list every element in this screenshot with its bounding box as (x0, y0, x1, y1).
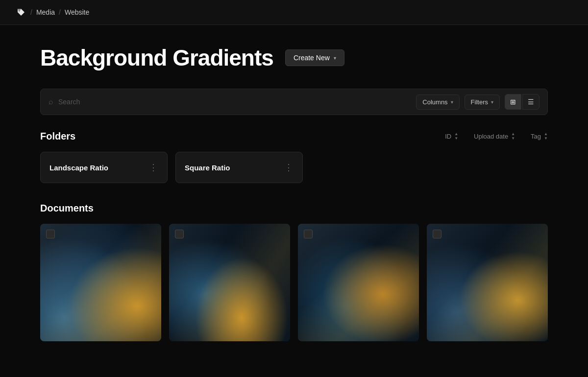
breadcrumb-sep-2: / (59, 8, 61, 16)
filters-chevron-icon: ▾ (491, 99, 493, 105)
search-bar: ⌕ Columns ▾ Filters ▾ ⊞ ☰ (40, 89, 548, 115)
grid-view-button[interactable]: ⊞ (505, 94, 521, 110)
folder-square[interactable]: Square Ratio ⋮ (175, 152, 303, 183)
list-icon: ☰ (528, 98, 534, 106)
doc-card-4[interactable] (427, 224, 548, 341)
doc-card-2[interactable] (169, 224, 290, 341)
doc-thumbnail-3 (298, 224, 419, 341)
sort-id-label: ID (445, 133, 451, 140)
sort-controls: ID ▲ ▼ Upload date ▲ ▼ Tag ▲ ▼ (445, 132, 548, 141)
app-logo-icon[interactable] (16, 7, 26, 18)
folder-square-menu-icon[interactable]: ⋮ (284, 162, 294, 173)
folders-title: Folders (40, 131, 445, 142)
doc-checkbox-2[interactable] (175, 230, 184, 238)
sort-upload-label: Upload date (474, 133, 508, 140)
folder-landscape-name: Landscape Ratio (49, 164, 108, 172)
sort-tag-desc[interactable]: ▼ (544, 137, 548, 141)
sort-upload-desc[interactable]: ▼ (511, 137, 515, 141)
view-toggle: ⊞ ☰ (505, 94, 539, 110)
sort-tag-asc[interactable]: ▲ (544, 132, 548, 136)
doc-checkbox-3[interactable] (304, 230, 313, 238)
sort-id-desc[interactable]: ▼ (454, 137, 458, 141)
filters-button[interactable]: Filters ▾ (465, 94, 500, 110)
chevron-down-icon: ▾ (334, 55, 336, 61)
columns-button[interactable]: Columns ▾ (416, 94, 459, 110)
sort-upload-arrows: ▲ ▼ (511, 132, 515, 141)
page-header: Background Gradients Create New ▾ (40, 45, 548, 71)
doc-thumbnail-1 (40, 224, 161, 341)
doc-checkbox-4[interactable] (433, 230, 441, 238)
folder-square-name: Square Ratio (185, 164, 230, 172)
topnav: / Media / Website (0, 0, 588, 25)
folders-grid: Landscape Ratio ⋮ Square Ratio ⋮ (40, 152, 548, 183)
sort-tag-arrows: ▲ ▼ (544, 132, 548, 141)
create-new-label: Create New (294, 54, 330, 62)
create-new-button[interactable]: Create New ▾ (285, 49, 344, 66)
breadcrumb-sep-1: / (30, 8, 32, 16)
sort-tag-label: Tag (531, 133, 541, 140)
breadcrumb-website[interactable]: Website (65, 8, 89, 16)
doc-checkbox-1[interactable] (46, 230, 55, 238)
breadcrumb-media[interactable]: Media (36, 8, 55, 16)
grid-icon: ⊞ (510, 98, 516, 106)
doc-thumbnail-2 (169, 224, 290, 341)
filters-label: Filters (471, 98, 488, 106)
columns-chevron-icon: ▾ (451, 99, 453, 105)
sort-id-arrows: ▲ ▼ (454, 132, 458, 141)
folder-landscape[interactable]: Landscape Ratio ⋮ (40, 152, 168, 183)
folder-landscape-menu-icon[interactable]: ⋮ (149, 162, 158, 173)
sort-id-group: ID ▲ ▼ (445, 132, 458, 141)
sort-upload-asc[interactable]: ▲ (511, 132, 515, 136)
sort-tag-group: Tag ▲ ▼ (531, 132, 548, 141)
sort-upload-group: Upload date ▲ ▼ (474, 132, 515, 141)
search-icon: ⌕ (49, 97, 53, 106)
doc-thumbnail-4 (427, 224, 548, 341)
search-input[interactable] (58, 98, 411, 106)
toolbar-right: Columns ▾ Filters ▾ ⊞ ☰ (416, 94, 539, 110)
columns-label: Columns (422, 98, 447, 106)
doc-card-3[interactable] (298, 224, 419, 341)
doc-card-1[interactable] (40, 224, 161, 341)
sort-id-asc[interactable]: ▲ (454, 132, 458, 136)
main-content: Background Gradients Create New ▾ ⌕ Colu… (0, 25, 588, 361)
documents-title: Documents (40, 203, 548, 214)
documents-section-header: Documents (40, 203, 548, 214)
documents-grid (40, 224, 548, 341)
page-title: Background Gradients (40, 45, 273, 71)
list-view-button[interactable]: ☰ (522, 94, 539, 110)
folders-section-header: Folders ID ▲ ▼ Upload date ▲ ▼ Tag ▲ (40, 131, 548, 142)
